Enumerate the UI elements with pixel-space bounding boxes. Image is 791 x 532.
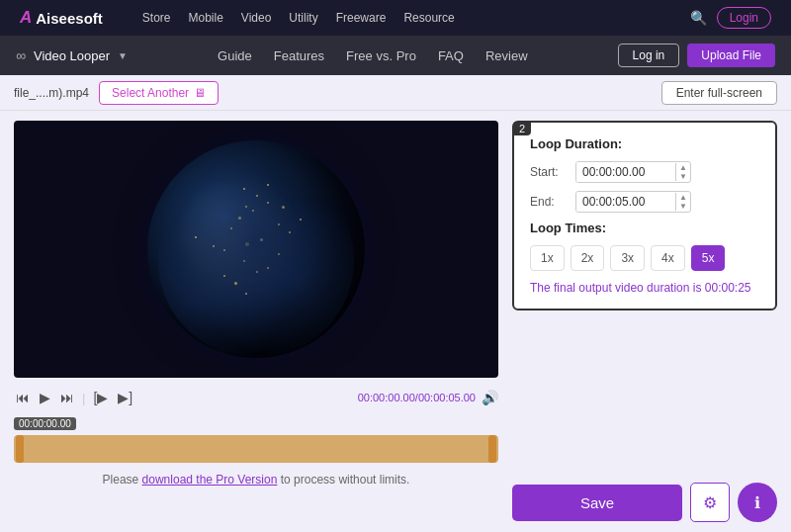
start-spinner-down[interactable]: ▼ [679,172,687,181]
info-button[interactable]: ℹ [738,483,777,522]
login-button[interactable]: Login [717,7,771,29]
mark-out-button[interactable]: ▶] [116,388,134,407]
loop-icon: ∞ [16,47,26,63]
log-in-button[interactable]: Log in [618,44,680,67]
video-frame [14,121,498,378]
box-number: 2 [513,122,531,135]
output-duration-value: 00:00:25 [705,281,751,295]
second-nav-links: Guide Features Free vs. Pro FAQ Review [151,48,594,63]
monitor-icon: 🖥 [194,86,206,100]
video-section: ⏮ ▶ ⏭ | [▶ ▶] 00:00:00.00/00:00:05.00 🔊 … [14,121,498,522]
nav-faq[interactable]: FAQ [438,48,464,63]
right-panel: 2 Loop Duration: Start: ▲ ▼ End: ▲ [512,121,777,522]
logo-text: Aiseesoft [36,10,103,27]
step-forward-button[interactable]: ⏭ [58,388,76,407]
nav-free-vs-pro[interactable]: Free vs. Pro [346,48,416,63]
select-another-label: Select Another [112,86,189,100]
main-content: ⏮ ▶ ⏭ | [▶ ▶] 00:00:00.00/00:00:05.00 🔊 … [0,111,791,532]
end-label: End: [530,195,566,209]
start-label: Start: [530,165,566,179]
end-spinner-down[interactable]: ▼ [679,202,687,211]
output-duration: The final output video duration is 00:00… [530,281,759,295]
end-time-row: End: ▲ ▼ [530,191,759,213]
start-time-row: Start: ▲ ▼ [530,161,759,183]
pro-version-link[interactable]: download the Pro Version [142,473,278,487]
loop-duration-title: Loop Duration: [530,136,759,151]
nav-features[interactable]: Features [274,48,324,63]
start-spinner-up[interactable]: ▲ [679,163,687,172]
save-button[interactable]: Save [512,485,682,521]
end-time-field[interactable] [576,192,675,212]
loop-5x-button[interactable]: 5x [691,245,726,271]
volume-icon[interactable]: 🔊 [482,390,498,405]
timeline-start-label: 00:00:00.00 [14,417,76,430]
video-player[interactable] [14,121,498,378]
search-icon[interactable]: 🔍 [690,10,707,26]
second-nav-right: Log in Upload File [618,44,775,67]
settings-button[interactable]: ⚙ [690,483,730,522]
top-nav-links: Store Mobile Video Utility Freeware Reso… [142,11,670,25]
city-lights [147,140,365,358]
nav-mobile[interactable]: Mobile [189,11,223,25]
loop-4x-button[interactable]: 4x [651,245,685,271]
save-section: Save ⚙ ℹ [512,483,777,522]
timeline-bar[interactable] [14,435,498,463]
start-time-field[interactable] [576,162,675,182]
timeline-fill [14,435,498,463]
end-spinners: ▲ ▼ [675,193,690,211]
top-nav-right: 🔍 Login [690,7,771,29]
nav-video[interactable]: Video [241,11,271,25]
start-time-input[interactable]: ▲ ▼ [575,161,691,183]
loop-duration-box: 2 Loop Duration: Start: ▲ ▼ End: ▲ [512,121,777,310]
file-name: file_....m).mp4 [14,86,89,100]
select-another-button[interactable]: Select Another 🖥 [99,81,219,105]
end-time-input[interactable]: ▲ ▼ [575,191,691,213]
video-controls: ⏮ ▶ ⏭ | [▶ ▶] 00:00:00.00/00:00:05.00 🔊 [14,384,498,411]
nav-guide[interactable]: Guide [218,48,252,63]
second-navigation: ∞ Video Looper ▼ Guide Features Free vs.… [0,36,791,75]
loop-1x-button[interactable]: 1x [530,245,565,271]
app-title: Video Looper [34,48,110,63]
nav-freeware[interactable]: Freeware [336,11,387,25]
timeline-section: 00:00:00.00 [14,435,498,463]
divider: | [82,391,85,405]
fullscreen-button[interactable]: Enter full-screen [661,81,777,105]
end-spinner-up[interactable]: ▲ [679,193,687,202]
timeline-handle-right[interactable] [488,435,496,463]
loop-2x-button[interactable]: 2x [571,245,605,271]
time-display: 00:00:00.00/00:00:05.00 [358,392,476,403]
logo: A Aiseesoft [20,8,103,28]
nav-resource[interactable]: Resource [403,11,454,25]
nav-review[interactable]: Review [485,48,528,63]
play-button[interactable]: ▶ [38,388,52,407]
nav-utility[interactable]: Utility [289,11,317,25]
upload-file-button[interactable]: Upload File [687,44,775,67]
dropdown-arrow-icon[interactable]: ▼ [118,50,128,61]
loop-times-title: Loop Times: [530,221,759,235]
step-back-button[interactable]: ⏮ [14,388,32,407]
mark-in-button[interactable]: [▶ [91,388,110,407]
start-spinners: ▲ ▼ [675,163,690,181]
loop-times-buttons: 1x 2x 3x 4x 5x [530,245,759,271]
timeline-handle-left[interactable] [16,435,24,463]
top-navigation: A Aiseesoft Store Mobile Video Utility F… [0,0,791,36]
file-toolbar: file_....m).mp4 Select Another 🖥 Enter f… [0,75,791,111]
loop-3x-button[interactable]: 3x [610,245,645,271]
second-nav-brand: ∞ Video Looper ▼ [16,47,128,63]
earth-sphere [147,140,365,358]
nav-store[interactable]: Store [142,11,171,25]
pro-version-text: Please download the Pro Version to proce… [14,469,498,490]
